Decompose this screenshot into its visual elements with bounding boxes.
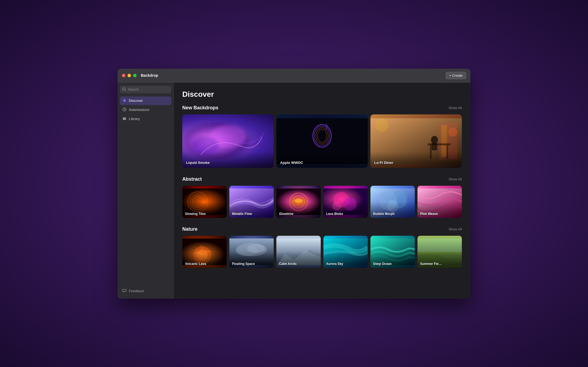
card-pink-weave[interactable]: Pink Weave [417,186,462,218]
search-input[interactable] [128,87,169,91]
card-glowtime[interactable]: Glowtime [276,186,321,218]
traffic-lights [122,74,137,77]
search-box[interactable] [120,86,171,93]
maximize-button[interactable] [133,74,137,77]
create-button[interactable]: + Create [446,72,466,79]
main-layout: Discover Submissions [118,83,470,299]
page-title: Discover [182,90,462,99]
titlebar: Backdrop + Create [118,69,470,83]
abstract-grid: Glowing Tiles Metallic Flow [182,186,462,218]
card-lava-blobs[interactable]: Lava Blobs [323,186,368,218]
svg-rect-58 [417,238,462,252]
card-volcanic-lava[interactable]: Volcanic Lava [182,236,227,268]
submissions-icon [122,107,126,112]
card-label-summer-field: Summer Fie… [420,262,442,266]
svg-line-1 [125,90,126,90]
submissions-label: Submissions [129,108,149,112]
card-bubble-morph[interactable]: Bubble Morph [370,186,415,218]
search-icon [122,87,126,92]
card-label-glowing-tiles: Glowing Tiles [185,212,206,216]
card-label-aurora-sky: Aurora Sky [326,262,343,266]
show-all-abstract[interactable]: Show All [448,177,462,181]
card-label-glowtime: Glowtime [279,212,293,216]
svg-rect-5 [125,117,126,120]
card-label-metallic-flow: Metallic Flow [232,212,252,216]
card-lofi-diner[interactable]: Lo-Fi Diner [370,114,462,168]
section-new-backdrops: New Backdrops Show All [182,105,462,168]
featured-grid: Liquid Smoke [182,114,462,168]
feedback-icon [122,289,126,293]
card-glowing-tiles[interactable]: Glowing Tiles [182,186,227,218]
feedback-label: Feedback [129,289,144,293]
card-overlay [276,152,368,168]
card-label-volcanic-lava: Volcanic Lava [185,262,206,266]
sidebar-item-library[interactable]: Library [120,115,171,123]
discover-icon [122,98,126,103]
section-nature: Nature Show All [182,226,462,268]
card-label-lofi-diner: Lo-Fi Diner [374,161,393,165]
section-title-nature: Nature [182,226,198,232]
card-label-apple-wwdc: Apple WWDC [280,161,303,165]
library-label: Library [129,117,140,121]
card-floating-space[interactable]: Floating Space [229,236,274,268]
card-liquid-smoke[interactable]: Liquid Smoke [182,114,274,168]
card-label-deep-ocean: Deep Ocean [373,262,392,266]
card-deep-ocean[interactable]: Deep Ocean [370,236,415,268]
card-overlay [182,152,274,168]
card-apple-wwdc[interactable]: Apple WWDC [276,114,368,168]
content-area: Discover New Backdrops Show All [174,83,470,299]
card-label-liquid-smoke: Liquid Smoke [186,161,210,165]
svg-point-23 [448,127,457,136]
show-all-nature[interactable]: Show All [448,227,462,231]
section-header-abstract: Abstract Show All [182,176,462,182]
sidebar-item-discover[interactable]: Discover [120,96,171,105]
svg-point-22 [375,118,389,132]
card-overlay [370,152,462,168]
section-abstract: Abstract Show All [182,176,462,218]
card-label-lava-blobs: Lava Blobs [326,212,343,216]
section-header-new: New Backdrops Show All [182,105,462,111]
discover-label: Discover [129,99,143,103]
sidebar: Discover Submissions [118,83,174,299]
svg-rect-3 [123,117,124,120]
show-all-new[interactable]: Show All [448,106,462,110]
svg-point-20 [431,136,438,144]
close-button[interactable] [122,74,125,77]
app-title: Backdrop [141,73,446,78]
card-label-pink-weave: Pink Weave [420,212,438,216]
svg-rect-4 [124,117,125,120]
nature-grid: Volcanic Lava Floating Space [182,236,462,268]
card-summer-field[interactable]: Summer Fie… [417,236,462,268]
card-label-bubble-morph: Bubble Morph [373,212,395,216]
card-label-calm-arctic: Calm Arctic [279,262,297,266]
card-calm-arctic[interactable]: Calm Arctic [276,236,321,268]
sidebar-item-submissions[interactable]: Submissions [120,106,171,114]
svg-rect-17 [428,143,451,145]
section-header-nature: Nature Show All [182,226,462,232]
card-metallic-flow[interactable]: Metallic Flow [229,186,274,218]
section-title-abstract: Abstract [182,176,202,182]
feedback-item[interactable]: Feedback [120,287,171,295]
card-label-floating-space: Floating Space [232,262,255,266]
svg-rect-21 [432,143,437,150]
app-window: Backdrop + Create Dis [118,69,470,299]
card-aurora-sky[interactable]: Aurora Sky [323,236,368,268]
section-title-new: New Backdrops [182,105,218,111]
library-icon [122,117,126,121]
minimize-button[interactable] [127,74,131,77]
